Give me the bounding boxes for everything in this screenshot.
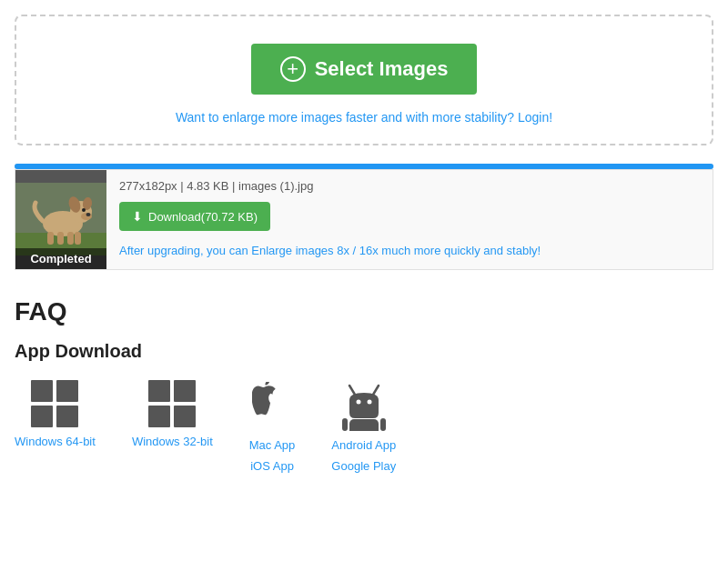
login-prompt-text: Want to enlarge more images faster and w… [176,110,552,125]
completed-label: Completed [15,248,106,269]
svg-rect-11 [67,232,74,245]
android-app-link[interactable]: Android App [331,438,396,452]
svg-point-8 [82,208,86,212]
apple-icon [250,380,294,431]
svg-rect-18 [342,418,348,431]
win32-link[interactable]: Windows 32-bit [132,435,213,448]
select-images-label: Select Images [315,57,449,81]
google-play-link[interactable]: Google Play [331,459,396,473]
svg-line-14 [373,386,379,395]
app-icon-mac: Mac App iOS App [249,380,296,473]
ios-app-link[interactable]: iOS App [250,459,294,473]
windows-64-icon [31,380,78,427]
svg-rect-10 [57,232,64,245]
download-icon: ⬇ [132,209,143,224]
result-section: Completed 277x182px | 4.83 KB | images (… [15,164,713,270]
result-row: Completed 277x182px | 4.83 KB | images (… [15,169,713,270]
svg-rect-12 [75,232,81,245]
upgrade-text: After upgrading, you can Enlarge images … [119,242,541,260]
download-button[interactable]: ⬇ Download(70.72 KB) [119,202,270,231]
faq-title: FAQ [15,297,713,326]
select-images-button[interactable]: + Select Images [251,44,478,95]
download-button-label: Download(70.72 KB) [148,210,258,224]
svg-rect-19 [380,418,386,431]
android-icon [340,380,388,431]
faq-section: FAQ App Download Windows 64-bit Windows … [15,297,713,473]
svg-point-15 [356,399,360,404]
svg-line-13 [349,386,355,395]
svg-rect-9 [47,232,54,245]
windows-32-icon [148,380,196,427]
app-icon-win64: Windows 64-bit [15,380,96,448]
svg-point-7 [86,213,91,216]
upload-area: + Select Images Want to enlarge more ima… [15,15,713,145]
thumbnail-box: Completed [15,170,106,269]
app-icons-row: Windows 64-bit Windows 32-bit Mac App iO… [15,380,713,473]
svg-point-16 [367,399,371,404]
login-prompt: Want to enlarge more images faster and w… [35,109,693,125]
svg-rect-17 [349,419,379,431]
app-icon-android: Android App Google Play [331,380,396,473]
file-meta: 277x182px | 4.83 KB | images (1).jpg [119,179,700,193]
plus-circle-icon: + [280,56,306,82]
download-row: ⬇ Download(70.72 KB) After upgrading, yo… [119,202,700,260]
app-download-title: App Download [15,341,713,362]
win64-link[interactable]: Windows 64-bit [15,435,96,448]
app-icon-win32: Windows 32-bit [132,380,213,448]
result-info: 277x182px | 4.83 KB | images (1).jpg ⬇ D… [106,170,713,269]
mac-app-link[interactable]: Mac App [249,438,296,452]
